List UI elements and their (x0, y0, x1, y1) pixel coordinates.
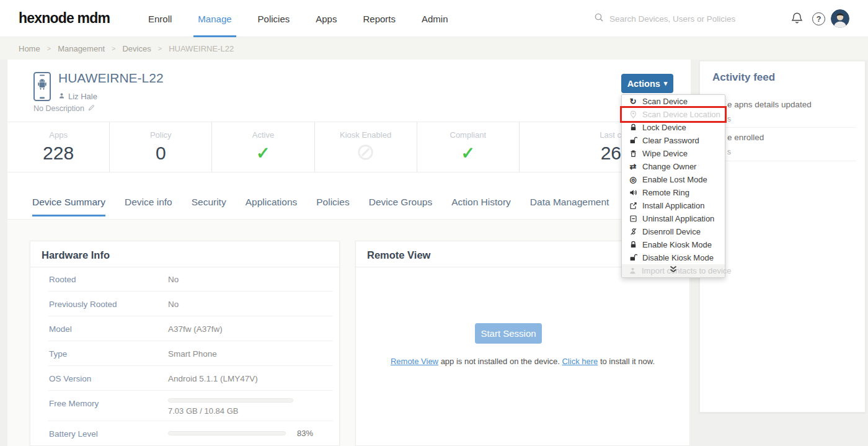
swap-arrows-icon: ⇄ (629, 163, 637, 171)
nav-item-enroll[interactable]: Enroll (135, 0, 185, 37)
none-icon: ⊘ (356, 138, 375, 165)
breadcrumb-devices[interactable]: Devices (122, 44, 151, 53)
stat-compliant: Compliant ✓ (417, 122, 519, 172)
menu-item-clear-password[interactable]: Clear Password (622, 134, 725, 147)
user-icon (58, 92, 65, 101)
breadcrumb-home[interactable]: Home (19, 44, 40, 53)
top-navbar: hexnode mdm Enroll Manage Policies Apps … (0, 0, 868, 37)
breadcrumb: Home > Management > Devices > HUAWEIRNE-… (0, 37, 868, 60)
tab-security[interactable]: Security (192, 197, 226, 216)
remote-view-note: Remote View app is not installed on the … (356, 357, 689, 366)
user-avatar[interactable] (831, 9, 849, 28)
hardware-info-title: Hardware Info (42, 249, 110, 261)
speaker-icon (629, 189, 637, 197)
device-owner-name[interactable]: Liz Hale (68, 92, 97, 101)
search-input[interactable] (609, 14, 749, 24)
click-here-link[interactable]: Click here (562, 357, 598, 366)
breadcrumb-separator: > (158, 45, 162, 52)
nav-item-reports[interactable]: Reports (350, 0, 409, 37)
tab-applications[interactable]: Applications (246, 197, 298, 216)
tab-device-info[interactable]: Device info (125, 197, 172, 216)
main-nav: Enroll Manage Policies Apps Reports Admi… (135, 0, 461, 37)
hw-row-os-version: OS Version Android 5.1.1 (LMY47V) (30, 366, 339, 391)
device-owner: Liz Hale (58, 92, 97, 101)
divider (7, 172, 691, 172)
edit-pencil-icon[interactable] (88, 104, 95, 113)
memory-usage-text: 7.03 GB / 10.84 GB (168, 406, 238, 416)
remote-view-link[interactable]: Remote View (391, 357, 438, 366)
menu-item-remote-ring[interactable]: Remote Ring (622, 186, 725, 199)
hw-row-battery: Battery Level 83% (30, 421, 339, 446)
hardware-info-card: Hardware Info Rooted No Previously Roote… (30, 241, 340, 446)
refresh-icon: ↻ (629, 97, 637, 105)
stat-policy[interactable]: Policy 0 (109, 122, 211, 172)
hardware-info-rows: Rooted No Previously Rooted No Model A37… (30, 267, 339, 446)
tab-device-groups[interactable]: Device Groups (369, 197, 433, 216)
menu-item-install-application[interactable]: Install Application (622, 199, 725, 212)
activity-feed-title: Activity feed (712, 71, 775, 84)
device-tabs: Device Summary Device info Security Appl… (32, 197, 609, 216)
global-search (594, 12, 749, 25)
device-detail-panel: HUAWEIRNE-L22 Liz Hale No Description Ap… (7, 60, 691, 446)
feed-item-time: s (727, 115, 731, 123)
hw-row-type: Type Smart Phone (30, 341, 339, 366)
device-description: No Description (33, 104, 95, 113)
tab-device-summary[interactable]: Device Summary (32, 197, 105, 216)
menu-item-uninstall-application[interactable]: Uninstall Application (622, 212, 725, 225)
check-icon: ✓ (256, 143, 270, 163)
stat-apps[interactable]: Apps 228 (7, 122, 109, 172)
breadcrumb-management[interactable]: Management (58, 44, 105, 53)
battery-progress-bar (168, 431, 286, 435)
help-icon[interactable]: ? (812, 12, 825, 25)
menu-item-enable-kiosk-mode[interactable]: Enable Kiosk Mode (622, 238, 725, 251)
page-title: HUAWEIRNE-L22 (58, 71, 164, 86)
hexnode-logo[interactable]: hexnode mdm (19, 10, 110, 27)
menu-item-change-owner[interactable]: ⇄ Change Owner (622, 160, 725, 173)
location-pin-icon (629, 110, 637, 118)
menu-item-enable-lost-mode[interactable]: ◎ Enable Lost Mode (622, 173, 725, 186)
nav-item-admin[interactable]: Admin (409, 0, 461, 37)
person-icon (629, 267, 637, 275)
divider (709, 127, 856, 128)
feed-item: e apns details updated (727, 100, 812, 109)
android-device-icon (33, 72, 51, 104)
tab-policies[interactable]: Policies (316, 197, 349, 216)
nav-item-apps[interactable]: Apps (303, 0, 350, 37)
notifications-bell-icon[interactable] (791, 12, 803, 27)
remote-view-title: Remote View (367, 249, 430, 261)
actions-button[interactable]: Actions ▾ (621, 74, 673, 93)
divider (7, 219, 691, 220)
menu-item-disable-kiosk-mode[interactable]: Disable Kiosk Mode (622, 251, 725, 264)
divider (709, 161, 856, 161)
menu-item-disenroll-device[interactable]: Disenroll Device (622, 225, 725, 238)
nav-item-manage[interactable]: Manage (185, 0, 244, 37)
menu-item-wipe-device[interactable]: Wipe Device (622, 147, 725, 160)
menu-item-scan-device-location[interactable]: Scan Device Location (622, 108, 725, 121)
menu-item-lock-device[interactable]: Lock Device (622, 121, 725, 134)
device-stats-row: Apps 228 Policy 0 Active ✓ Kiosk Enabled… (7, 122, 691, 172)
start-session-button[interactable]: Start Session (475, 323, 542, 344)
install-icon (629, 202, 637, 210)
lost-mode-icon: ◎ (629, 176, 637, 184)
unlock-icon (629, 136, 637, 145)
breadcrumb-device-name: HUAWEIRNE-L22 (169, 44, 234, 53)
hw-row-previously-rooted: Previously Rooted No (30, 292, 339, 316)
check-icon: ✓ (461, 143, 475, 163)
stat-active: Active ✓ (211, 122, 314, 172)
memory-progress-bar (168, 398, 293, 403)
tab-data-management[interactable]: Data Management (530, 197, 609, 216)
trash-icon (629, 149, 637, 158)
nav-item-policies[interactable]: Policies (245, 0, 303, 37)
tab-action-history[interactable]: Action History (451, 197, 511, 216)
breadcrumb-separator: > (47, 45, 51, 52)
menu-item-scan-device[interactable]: ↻ Scan Device (622, 95, 725, 108)
uninstall-icon (629, 215, 637, 223)
battery-percent-text: 83% (297, 429, 313, 438)
disenroll-icon (629, 228, 637, 236)
lock-icon (629, 123, 637, 132)
stat-kiosk-enabled: Kiosk Enabled ⊘ (314, 122, 417, 172)
actions-dropdown-menu: ↻ Scan Device Scan Device Location Lock … (621, 94, 725, 278)
unlock-icon (629, 254, 637, 262)
hw-row-rooted: Rooted No (30, 267, 339, 292)
scroll-more-chevron-icon[interactable] (669, 264, 678, 275)
